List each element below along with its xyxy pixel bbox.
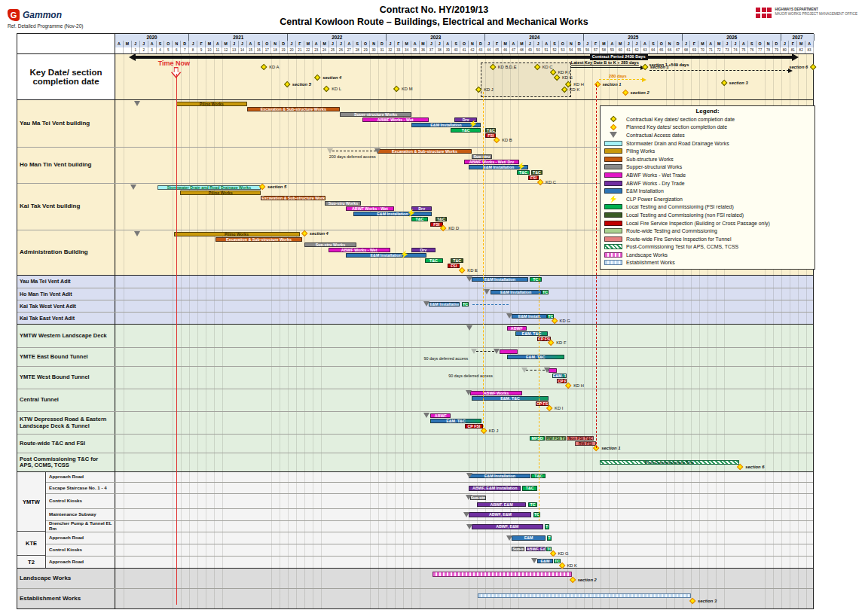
row-label: Kai Tak Vent building xyxy=(17,184,115,230)
gantt-bar-em: E&M Installation xyxy=(346,253,426,258)
annotation-arrow xyxy=(599,79,643,80)
month-number-cell: 28 xyxy=(353,47,362,53)
month-number-cell: 35 xyxy=(411,47,420,53)
row-ymte-west-bound-tunnel: YMTE West Bound TunnelE&M, T&CCP FSI90 d… xyxy=(17,366,813,389)
legend-bar-swatch xyxy=(604,164,622,169)
access-date-triangle-icon xyxy=(466,473,472,478)
row-establishment-works: Establishment Workssection 3 xyxy=(17,588,813,608)
milestone-label: KD G xyxy=(560,319,570,323)
month-cell: O xyxy=(263,41,271,47)
month-number-cell: 62 xyxy=(633,47,641,53)
row-body: E&M InstallationT&C xyxy=(115,472,813,482)
gantt-bar-em: E&M Installation xyxy=(491,290,542,294)
row-label: YMTE East Bound Tunnel xyxy=(17,348,115,366)
legend-swatch-diamond xyxy=(604,117,622,121)
milestone-diamond-icon xyxy=(490,64,497,71)
month-number-cell: 59 xyxy=(608,47,616,53)
legend-swatch-bolt xyxy=(604,195,622,203)
milestone-diamond-icon xyxy=(737,464,744,471)
milestone-label: KD C xyxy=(542,65,553,69)
month-number-cell: 26 xyxy=(337,47,345,53)
month-number-cell: 38 xyxy=(436,47,444,53)
month-cell: J xyxy=(683,41,691,47)
month-number-cell: 41 xyxy=(460,47,469,53)
year-cell: 2024 xyxy=(485,34,584,41)
month-number-cell: 48 xyxy=(518,47,526,53)
year-cell: 2026 xyxy=(683,34,781,41)
row-drencher-pump-tunnel-el-rm: Drencher Pump & Tunnel EL RmABWF, E&MTC xyxy=(17,520,813,532)
access-date-triangle-icon xyxy=(471,349,477,354)
milestone-diamond-icon xyxy=(689,598,696,605)
legend-bar-swatch xyxy=(604,172,622,178)
row-label: Central Tunnel xyxy=(17,389,115,411)
legend-item: Route-wide Fire Service Inspection for T… xyxy=(604,235,811,243)
legend-bar-swatch xyxy=(604,244,622,249)
row-label: Administration Building xyxy=(17,230,115,275)
milestone-section-4: section 4 xyxy=(302,231,329,236)
month-number-cell: 17 xyxy=(263,47,271,53)
access-date-triangle-icon xyxy=(463,512,469,517)
annotation-text: 280 days xyxy=(609,74,627,78)
deferred-access-note: 90 days deferred access xyxy=(423,356,468,361)
row-body: section 2 xyxy=(115,569,813,588)
deferred-access-arrow xyxy=(526,370,545,371)
legend-item: Stormwater Drain and Road Drainage Works xyxy=(604,139,811,148)
legend-item: Landscape Works xyxy=(604,251,811,259)
legend-item-label: Local Testing and Commissioning (non FSI… xyxy=(626,212,744,218)
legend-swatch-substr xyxy=(604,157,622,162)
month-cell: J xyxy=(329,41,338,47)
legend-swatch-landscape xyxy=(604,252,622,258)
month-number-cell: 5 xyxy=(164,47,173,53)
month-cell: J xyxy=(436,41,444,47)
milestone-label: KD B xyxy=(502,138,512,142)
milestone-kd-j: KD J xyxy=(481,428,498,433)
legend-item-label: E&M Installation xyxy=(626,188,664,194)
row-body: ABWF WorksE&M, T&CCP FSIKD I xyxy=(115,389,813,411)
group-label-t2: T2 xyxy=(17,556,45,568)
milestone-kd-c: KD C xyxy=(535,65,553,69)
gantt-bar-wet: ABWF xyxy=(430,413,451,418)
access-date-triangle-icon xyxy=(130,185,136,190)
month-cell: D xyxy=(181,41,189,47)
month-number-cell: 16 xyxy=(255,47,263,53)
month-cell: D xyxy=(773,41,781,47)
legend-bar-swatch xyxy=(604,141,622,146)
gantt-bar-substr: Excavation & Sub-structure Works xyxy=(247,107,340,111)
month-number-cell: 36 xyxy=(420,47,428,53)
legend-bar-swatch xyxy=(604,260,622,265)
annotation-arrow xyxy=(571,67,641,68)
legend-item-label: Piling Works xyxy=(626,148,655,154)
month-cell: D xyxy=(576,41,584,47)
milestone-diamond-icon xyxy=(546,405,553,412)
legend-bar-swatch xyxy=(604,228,622,233)
access-date-triangle-icon xyxy=(610,132,617,138)
row-route-wide-t-c-and-fsi: Route-wide T&C and FSIMFSDRW FSI T&CNon … xyxy=(17,434,813,453)
row-body: ABWF, E&MTC xyxy=(115,521,813,532)
month-number-cell: 40 xyxy=(452,47,460,53)
gantt-bar-em: E&M Installation xyxy=(429,302,460,306)
row-label: Ho Man Tin Vent Adit xyxy=(17,288,115,300)
month-cell: O xyxy=(460,41,469,47)
legend-bar-swatch xyxy=(604,236,622,242)
month-cell: S xyxy=(748,41,756,47)
row-body: E&MTC xyxy=(115,532,813,544)
gantt-bar-superstr: Sup-stru Works xyxy=(304,242,356,247)
legend-item: Contractual Key dates/ section completio… xyxy=(604,115,811,124)
gantt-bar-wet xyxy=(500,349,518,354)
legend-swatch-rwfsi xyxy=(604,236,622,242)
gantt-bar-em: E&M Installation xyxy=(469,165,528,169)
legend-swatch-piling xyxy=(604,148,622,154)
legend-item-label: Post-Commissioning Test for APS, CCMS, T… xyxy=(626,244,738,249)
dept-office: MAJOR WORKS PROJECT MANAGEMENT OFFICE xyxy=(775,12,857,16)
gantt-bar-fsi: CP FSI xyxy=(557,379,567,383)
row-body: E&M Install.TCKD G xyxy=(115,313,813,324)
month-cell: J xyxy=(337,41,345,47)
gantt-bar-tc: T&C xyxy=(411,217,428,221)
milestone-label: section 5 xyxy=(267,185,286,189)
row-control-kiosks: Control KiosksSup-struABWF, E&MTCKD G xyxy=(17,544,813,556)
legend-item-label: ABWF Works - Wet Trade xyxy=(626,172,686,178)
gantt-bar-tc: T&C xyxy=(522,486,537,490)
milestone-section-5: section 5 xyxy=(285,82,311,87)
legend-swatch-em xyxy=(604,188,622,194)
page-title: Contract No. HY/2019/13 Central Kowloon … xyxy=(0,5,868,27)
